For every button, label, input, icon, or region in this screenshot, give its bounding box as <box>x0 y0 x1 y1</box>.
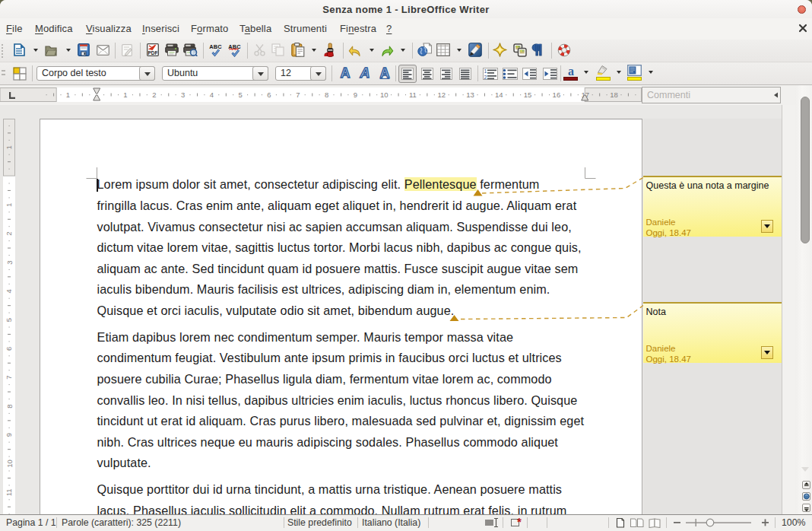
svg-text:5: 5 <box>5 318 14 322</box>
svg-text:18: 18 <box>610 91 618 99</box>
svg-text:9: 9 <box>5 433 14 437</box>
svg-text:6: 6 <box>267 91 271 99</box>
svg-text:2: 2 <box>5 232 14 236</box>
svg-text:2: 2 <box>152 91 156 99</box>
svg-text:9: 9 <box>354 91 357 99</box>
svg-text:3: 3 <box>5 260 14 264</box>
svg-text:16: 16 <box>553 91 561 99</box>
svg-text:1: 1 <box>66 91 70 99</box>
svg-text:12: 12 <box>437 91 446 99</box>
svg-text:11: 11 <box>5 488 14 496</box>
svg-text:1: 1 <box>5 145 14 149</box>
svg-text:8: 8 <box>325 91 328 99</box>
svg-text:4: 4 <box>5 289 14 293</box>
svg-text:14: 14 <box>495 91 503 99</box>
svg-text:1: 1 <box>5 203 14 207</box>
svg-text:15: 15 <box>524 91 532 99</box>
svg-text:6: 6 <box>5 347 14 351</box>
svg-text:ABC: ABC <box>209 43 222 50</box>
svg-text:1: 1 <box>123 91 127 99</box>
svg-text:PDF: PDF <box>148 50 158 56</box>
svg-text:7: 7 <box>5 376 14 380</box>
svg-text:8: 8 <box>5 404 14 408</box>
svg-text:1: 1 <box>484 68 487 74</box>
svg-text:5: 5 <box>239 91 243 99</box>
svg-text:2: 2 <box>484 75 487 80</box>
svg-text:10: 10 <box>380 91 389 99</box>
svg-text:3: 3 <box>181 91 185 99</box>
svg-text:13: 13 <box>466 91 474 99</box>
svg-text:11: 11 <box>409 91 417 99</box>
svg-text:4: 4 <box>210 91 214 99</box>
svg-text:Commenti: Commenti <box>647 90 690 100</box>
svg-text:10: 10 <box>5 459 14 468</box>
svg-text:7: 7 <box>296 91 300 99</box>
